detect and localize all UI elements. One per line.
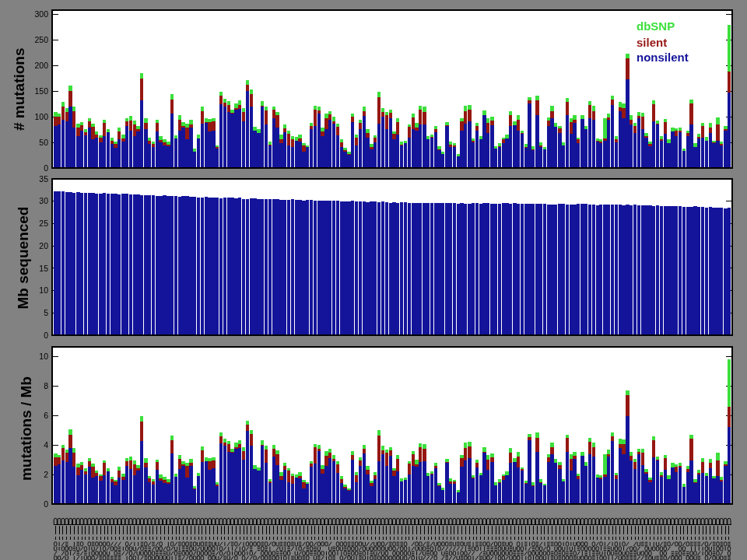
svg-text:nonsilent: nonsilent	[637, 51, 689, 64]
svg-text:250: 250	[34, 35, 48, 44]
svg-text:mutations / Mb: mutations / Mb	[18, 376, 34, 481]
svg-text:dbSNP: dbSNP	[637, 19, 675, 33]
svg-text:5: 5	[44, 308, 48, 317]
svg-text:30: 30	[39, 196, 48, 205]
svg-text:2: 2	[44, 470, 48, 479]
svg-text:0: 0	[44, 163, 48, 173]
svg-text:Mb sequenced: Mb sequenced	[15, 207, 31, 310]
svg-text:# mutations: # mutations	[11, 47, 27, 131]
svg-text:6: 6	[44, 411, 48, 420]
svg-text:10: 10	[39, 285, 48, 295]
svg-text:35: 35	[39, 174, 48, 184]
svg-text:150: 150	[34, 86, 48, 96]
svg-text:0: 0	[44, 499, 48, 509]
svg-text:200: 200	[34, 61, 48, 70]
svg-text:0: 0	[44, 331, 48, 340]
svg-text:50: 50	[39, 138, 48, 147]
svg-text:300: 300	[34, 9, 48, 19]
svg-text:25: 25	[39, 219, 48, 228]
svg-text:4: 4	[44, 440, 48, 450]
svg-text:10: 10	[39, 352, 48, 361]
svg-text:20: 20	[39, 241, 48, 250]
svg-text:100: 100	[34, 112, 48, 121]
svg-text:8: 8	[44, 381, 48, 390]
svg-text:15: 15	[39, 264, 48, 273]
svg-text:silent: silent	[637, 36, 667, 49]
